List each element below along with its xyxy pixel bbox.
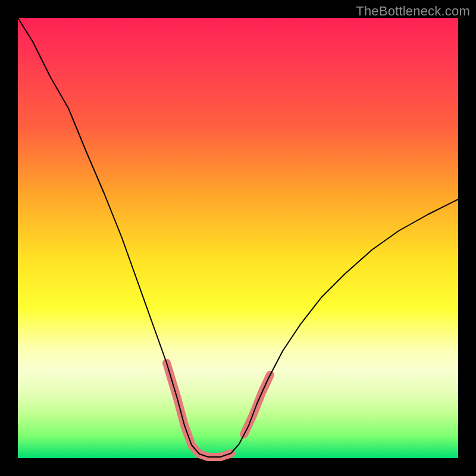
chart-overlay — [18, 18, 458, 458]
curve-layer — [18, 18, 458, 457]
watermark-text: TheBottleneck.com — [356, 4, 470, 19]
bottleneck-curve — [18, 18, 458, 457]
left-knee-highlight — [167, 363, 231, 457]
